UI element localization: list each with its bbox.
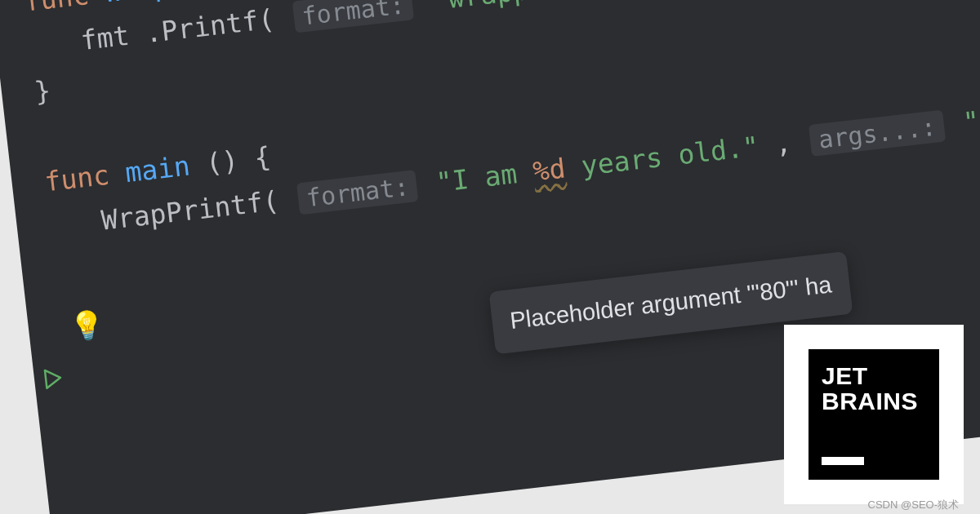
indent bbox=[51, 232, 86, 236]
comma-2: , bbox=[773, 125, 809, 160]
package-fmt: fmt bbox=[79, 20, 131, 56]
brace-close: } bbox=[33, 74, 52, 108]
run-gutter-icon[interactable] bbox=[42, 361, 65, 401]
params-brace: () { bbox=[204, 140, 272, 179]
logo-line-2: BRAINS bbox=[822, 389, 926, 414]
arg-80: "80" bbox=[961, 100, 980, 139]
format-spec-warned[interactable]: %d bbox=[532, 153, 568, 188]
method-call: .Printf( bbox=[144, 3, 276, 50]
indent bbox=[30, 52, 65, 56]
keyword-func-2: func bbox=[43, 158, 111, 197]
jetbrains-logo-container: JET BRAINS bbox=[784, 325, 964, 504]
logo-bar bbox=[822, 457, 864, 465]
keyword-func: func bbox=[22, 0, 90, 18]
string-i-am: "I am bbox=[434, 156, 535, 198]
logo-line-1: JET bbox=[822, 364, 926, 389]
inlay-hint-format-2[interactable]: format: bbox=[296, 170, 419, 215]
function-main: main bbox=[123, 149, 191, 188]
watermark: CSDN @SEO-狼术 bbox=[868, 498, 959, 512]
logo-text: JET BRAINS bbox=[822, 364, 926, 414]
jetbrains-logo: JET BRAINS bbox=[808, 349, 939, 480]
intention-bulb-icon[interactable]: 💡 bbox=[67, 301, 106, 351]
inlay-hint-args[interactable]: args...: bbox=[808, 110, 946, 157]
